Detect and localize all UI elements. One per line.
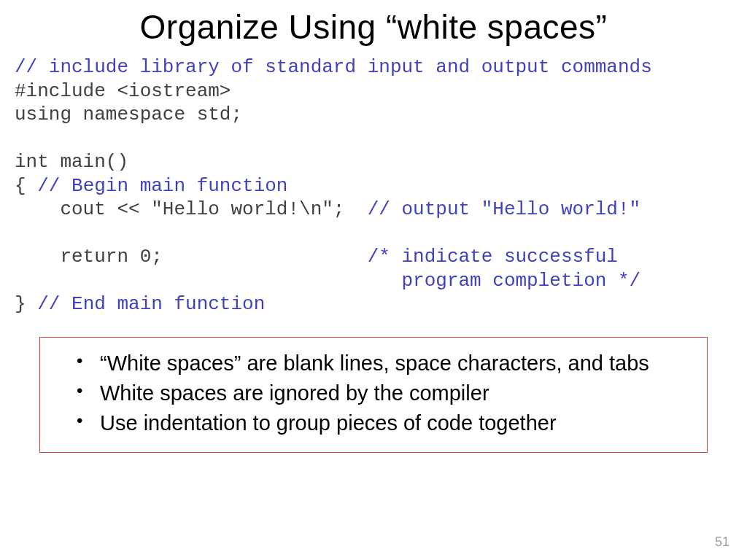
code-comment-begin: // Begin main function [37, 175, 287, 197]
code-comment-include: // include library of standard input and… [15, 56, 652, 78]
bullet-list: “White spaces” are blank lines, space ch… [55, 349, 692, 438]
code-line-include: #include <iostream> [15, 80, 231, 102]
info-box: “White spaces” are blank lines, space ch… [39, 337, 708, 453]
code-comment-return-2: program completion */ [15, 270, 640, 292]
code-line-cout: cout << "Hello world!\n"; [15, 198, 368, 220]
code-comment-return-1: /* indicate successful [368, 246, 618, 268]
code-line-using: using namespace std; [15, 104, 242, 125]
slide-title: Organize Using “white spaces” [15, 7, 732, 47]
page-number: 51 [715, 534, 729, 550]
code-comment-end: // End main function [37, 293, 265, 315]
code-line-main: int main() [15, 151, 128, 173]
bullet-item-2: White spaces are ignored by the compiler [77, 379, 692, 408]
code-line-return: return 0; [15, 246, 368, 268]
code-block: // include library of standard input and… [15, 55, 732, 316]
code-comment-output: // output "Hello world!" [368, 198, 640, 220]
code-brace-close: } [15, 293, 37, 315]
slide-container: Organize Using “white spaces” // include… [0, 0, 747, 560]
bullet-item-1: “White spaces” are blank lines, space ch… [77, 349, 692, 378]
code-brace-open: { [15, 175, 37, 197]
bullet-item-3: Use indentation to group pieces of code … [77, 409, 692, 438]
